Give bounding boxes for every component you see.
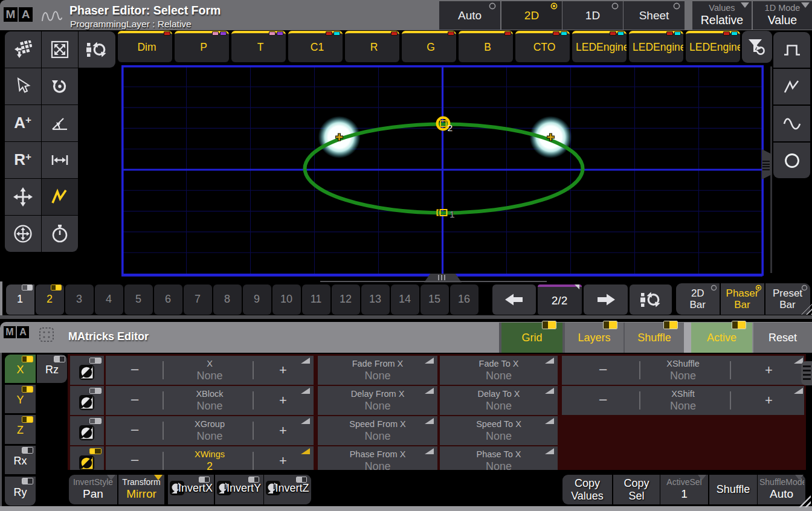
- svg-text:2: 2: [448, 123, 453, 133]
- svg-text:1: 1: [450, 209, 454, 219]
